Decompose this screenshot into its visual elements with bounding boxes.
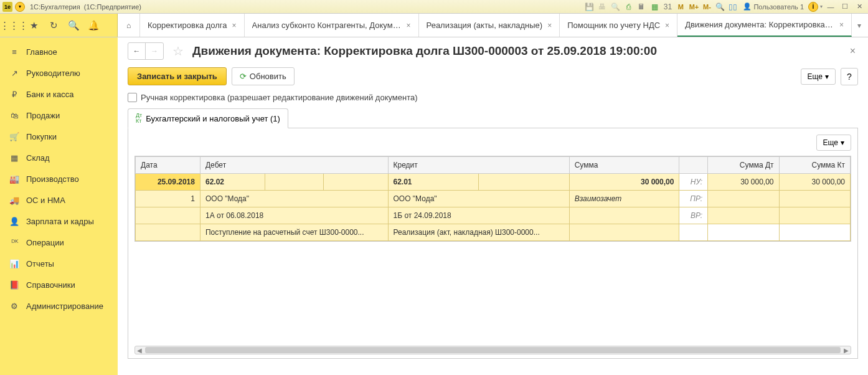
cell-date: 25.09.2018 <box>136 174 200 191</box>
sidebar-item-warehouse[interactable]: ▦Склад <box>0 147 118 168</box>
maximize-button[interactable]: ☐ <box>839 2 851 12</box>
toolbar-row: ⋮⋮⋮ ★ ↻ 🔍 🔔 ⌂ Корректировка долга× Анали… <box>0 14 868 37</box>
app-dropdown-icon[interactable]: ▾ <box>15 2 25 12</box>
subtab-accounting[interactable]: ДтКт Бухгалтерский и налоговый учет (1) <box>128 108 288 128</box>
back-button[interactable]: ← <box>128 43 146 59</box>
panels-icon[interactable]: ▯▯ <box>727 1 738 12</box>
tab-analysis[interactable]: Анализ субконто Контрагенты, Докумен...× <box>245 14 419 37</box>
calendar-icon[interactable]: ▦ <box>649 1 660 12</box>
save-icon[interactable]: 💾 <box>583 1 595 12</box>
apps-icon[interactable]: ⋮⋮⋮ <box>4 16 24 36</box>
close-window-button[interactable]: ✕ <box>853 2 866 12</box>
sidebar-item-reports[interactable]: 📊Отчеты <box>0 253 118 274</box>
m-plus-icon[interactable]: M+ <box>688 1 699 12</box>
cell-debit-doc: 1А от 06.08.2018 <box>200 207 388 224</box>
save-close-button[interactable]: Записать и закрыть <box>128 67 227 85</box>
sidebar-item-manager[interactable]: ↗Руководителю <box>0 62 118 83</box>
m-icon[interactable]: M <box>675 1 686 12</box>
col-sumkt[interactable]: Сумма Кт <box>779 157 850 174</box>
bag-icon: 🛍 <box>9 110 20 121</box>
bars-icon: 📊 <box>9 258 20 269</box>
book-icon: 📕 <box>9 279 20 290</box>
horizontal-scrollbar[interactable]: ◀ ▶ <box>134 346 851 354</box>
scroll-right-icon[interactable]: ▶ <box>842 347 851 354</box>
factory-icon: 🏭 <box>9 173 20 184</box>
print-icon[interactable]: 🖶 <box>597 1 608 12</box>
sidebar-item-bank[interactable]: ₽Банк и касса <box>0 83 118 105</box>
col-empty <box>679 157 708 174</box>
tabs-dropdown-icon[interactable]: ▾ <box>852 14 867 37</box>
sidebar-item-production[interactable]: 🏭Производство <box>0 168 118 189</box>
manual-edit-row: Ручная корректировка (разрешает редактир… <box>128 93 858 102</box>
user-menu[interactable]: 👤 Пользователь 1 <box>740 2 806 11</box>
col-sum[interactable]: Сумма <box>569 157 679 174</box>
dk-icon: ᴰᴷ <box>9 237 20 248</box>
table-row[interactable]: 1 ООО "Мода" ООО "Мода" Взаимозачет ПР: <box>136 191 851 207</box>
favorite-button[interactable]: ☆ <box>170 43 186 59</box>
m-minus-icon[interactable]: M- <box>701 1 712 12</box>
preview-icon[interactable]: 🔍 <box>610 1 621 12</box>
table-row[interactable]: Поступление на расчетный счет Ш300-0000.… <box>136 224 851 241</box>
person-icon: 👤 <box>9 216 20 227</box>
app-title: 1С:Бухгалтерия (1С:Предприятие) <box>30 3 141 11</box>
search-icon[interactable]: 🔍 <box>64 16 83 36</box>
cell-credit-ref: Реализация (акт, накладная) Ш300-0000... <box>388 224 569 241</box>
compare-icon[interactable]: ⎙ <box>623 1 634 12</box>
history-icon[interactable]: ↻ <box>44 16 64 36</box>
tool-icons: ⋮⋮⋮ ★ ↻ 🔍 🔔 <box>0 14 118 37</box>
close-icon[interactable]: × <box>232 21 237 30</box>
home-tab[interactable]: ⌂ <box>118 14 140 37</box>
sidebar-item-admin[interactable]: ⚙Администрирование <box>0 295 118 316</box>
sidebar-item-operations[interactable]: ᴰᴷОперации <box>0 232 118 253</box>
close-icon[interactable]: × <box>407 21 411 30</box>
bell-icon[interactable]: 🔔 <box>83 16 103 36</box>
subtab-row: ДтКт Бухгалтерский и налоговый учет (1) <box>128 108 858 128</box>
forward-button: → <box>146 43 163 59</box>
main: ≡Главное ↗Руководителю ₽Банк и касса 🛍Пр… <box>0 37 868 375</box>
sidebar-item-main[interactable]: ≡Главное <box>0 41 118 62</box>
refresh-button[interactable]: ⟳Обновить <box>232 67 295 85</box>
cell-credit-doc: 1Б от 24.09.2018 <box>388 207 569 224</box>
close-page-button[interactable]: × <box>847 43 858 59</box>
gear-icon: ⚙ <box>9 300 20 311</box>
scroll-thumb[interactable] <box>145 347 841 353</box>
cell-debit-ref: Поступление на расчетный счет Ш300-0000.… <box>200 224 388 241</box>
titlebar-right: 💾 🖶 🔍 ⎙ 🖩 ▦ 31 M M+ M- 🔍 ▯▯ 👤 Пользовате… <box>583 1 866 12</box>
calc-icon[interactable]: 🖩 <box>636 1 647 12</box>
cell-vr: ВР: <box>679 207 708 224</box>
star-icon[interactable]: ★ <box>24 16 44 36</box>
help-button[interactable]: ? <box>841 68 858 85</box>
close-icon[interactable]: × <box>665 21 669 30</box>
col-debit[interactable]: Дебет <box>200 157 388 174</box>
close-icon[interactable]: × <box>839 21 844 29</box>
col-sumdt[interactable]: Сумма Дт <box>708 157 779 174</box>
more-button[interactable]: Еще▾ <box>801 69 836 85</box>
table-more-row: Еще▾ <box>134 135 851 151</box>
table-more-button[interactable]: Еще▾ <box>816 135 851 151</box>
sidebar-item-purchases[interactable]: 🛒Покупки <box>0 126 118 147</box>
sidebar-item-sales[interactable]: 🛍Продажи <box>0 105 118 126</box>
sidebar-item-assets[interactable]: 🚚ОС и НМА <box>0 189 118 211</box>
minimize-button[interactable]: — <box>824 2 837 12</box>
sidebar-item-refs[interactable]: 📕Справочники <box>0 274 118 295</box>
scroll-left-icon[interactable]: ◀ <box>135 347 144 354</box>
tab-movements[interactable]: Движения документа: Корректировка до...× <box>677 14 852 37</box>
close-icon[interactable]: × <box>547 21 552 30</box>
table-row[interactable]: 25.09.2018 62.02 62.01 30 000,00 НУ: 30 … <box>136 174 851 191</box>
truck-icon: 🚚 <box>9 194 20 206</box>
tab-debt[interactable]: Корректировка долга× <box>140 14 245 37</box>
tab-vat[interactable]: Помощник по учету НДС× <box>560 14 677 37</box>
zoom-icon[interactable]: 🔍 <box>714 1 725 12</box>
info-icon[interactable]: i <box>808 2 818 12</box>
manual-edit-checkbox[interactable] <box>128 93 137 102</box>
date-icon[interactable]: 31 <box>662 1 673 12</box>
table-row[interactable]: 1А от 06.08.2018 1Б от 24.09.2018 ВР: <box>136 207 851 224</box>
tab-sales[interactable]: Реализация (акты, накладные)× <box>419 14 560 37</box>
col-date[interactable]: Дата <box>136 157 200 174</box>
sidebar-item-hr[interactable]: 👤Зарплата и кадры <box>0 211 118 232</box>
cell-debit-acc: 62.02 <box>200 174 265 191</box>
cell-note: Взаимозачет <box>569 191 679 207</box>
cell-num: 1 <box>136 191 200 207</box>
refresh-icon: ⟳ <box>240 72 247 81</box>
col-credit[interactable]: Кредит <box>388 157 569 174</box>
